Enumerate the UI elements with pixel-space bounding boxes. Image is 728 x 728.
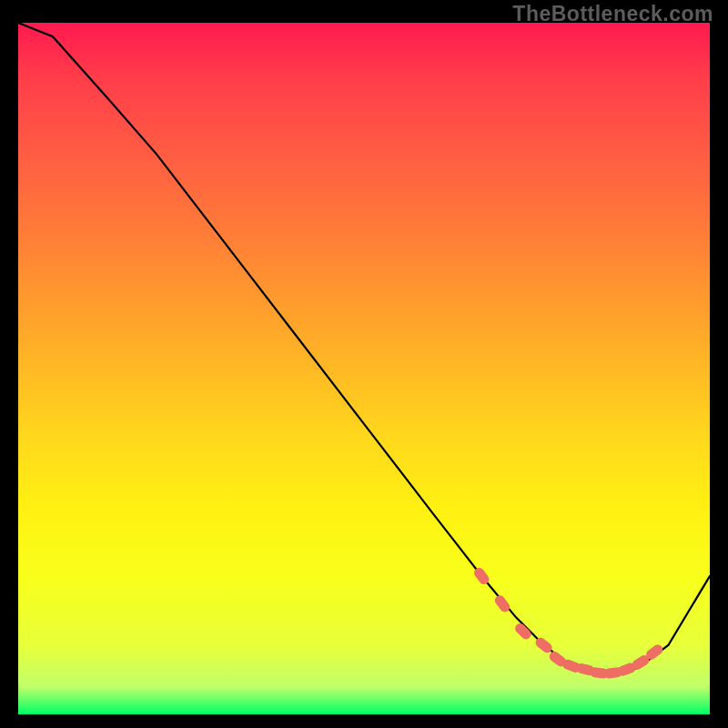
bottleneck-curve <box>18 23 710 672</box>
watermark-text: TheBottleneck.com <box>512 2 713 26</box>
marker-dash <box>493 593 512 614</box>
chart-container: TheBottleneck.com <box>0 0 728 728</box>
plot-overlay <box>18 23 710 714</box>
optimal-zone-markers <box>472 566 665 679</box>
